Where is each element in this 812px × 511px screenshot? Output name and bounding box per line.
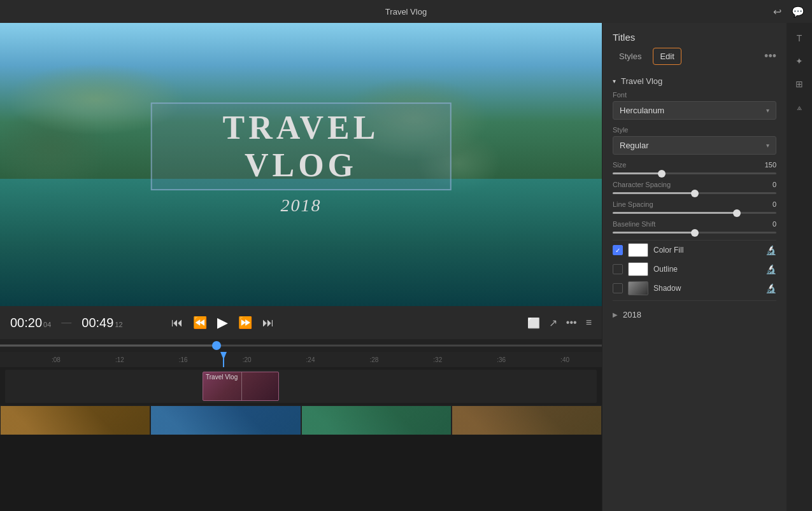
ruler-mark-2: :12: [88, 356, 152, 363]
baseline-shift-fill: [613, 232, 695, 234]
video-strip: [0, 405, 602, 435]
chat-icon[interactable]: 💬: [792, 6, 804, 18]
crop-tool-icon[interactable]: ⟁: [789, 97, 809, 117]
effects-icon[interactable]: ✦: [789, 51, 809, 71]
style-select[interactable]: Regular ▾: [613, 136, 776, 155]
baseline-shift-slider-row: Baseline Shift 0: [613, 220, 776, 234]
current-frames: 04: [43, 321, 51, 328]
line-spacing-track[interactable]: [613, 212, 776, 214]
strip-thumb-3: [301, 405, 452, 435]
timeline-playhead[interactable]: [223, 352, 224, 367]
baseline-shift-track[interactable]: [613, 232, 776, 234]
baseline-shift-thumb[interactable]: [691, 229, 699, 237]
line-spacing-slider-row: Line Spacing 0: [613, 200, 776, 214]
style-field: Style Regular ▾: [613, 126, 776, 155]
char-spacing-label: Character Spacing: [613, 181, 671, 188]
size-slider-row: Size 150: [613, 161, 776, 174]
total-time-display: 00:49 12: [82, 316, 122, 330]
top-bar: Travel Vlog ↩ 💬: [0, 0, 812, 23]
shadow-eyedropper[interactable]: 🔬: [766, 283, 776, 293]
font-label: Font: [613, 91, 776, 99]
right-panel: Titles Styles Edit ••• ▾ Travel Vlog Fon…: [602, 23, 787, 511]
undo-icon[interactable]: ↩: [773, 6, 781, 18]
section-2018-chevron: ▶: [613, 311, 618, 318]
shadow-swatch[interactable]: [628, 281, 648, 295]
transitions-icon[interactable]: ⊞: [789, 74, 809, 94]
ruler-mark-3: :16: [152, 356, 215, 363]
line-spacing-value: 0: [773, 200, 776, 208]
step-back-button[interactable]: ⏪: [190, 313, 210, 332]
divider-1: [613, 240, 776, 241]
tab-edit[interactable]: Edit: [653, 48, 681, 65]
char-spacing-track[interactable]: [613, 192, 776, 194]
ruler-mark-1: :08: [24, 356, 88, 363]
subtitle-text: 2018: [150, 195, 452, 216]
color-fill-label: Color Fill: [653, 246, 760, 255]
size-slider-track[interactable]: [613, 172, 776, 174]
char-spacing-value: 0: [773, 181, 776, 188]
size-slider-thumb[interactable]: [658, 170, 666, 178]
play-button[interactable]: ▶: [215, 312, 231, 333]
panel-more-icon[interactable]: •••: [764, 50, 776, 63]
ruler-mark-5: :24: [279, 356, 343, 363]
outline-swatch[interactable]: [628, 262, 648, 276]
playback-bar: 00:20 04 — 00:49 12 ⏮ ⏪ ▶ ⏩ ⏭ ⬜ ↗ ••• ≡: [0, 306, 602, 339]
progress-thumb[interactable]: [212, 341, 221, 350]
color-fill-swatch[interactable]: [628, 243, 648, 257]
checkmark-icon: ✓: [615, 247, 620, 254]
total-frames: 12: [115, 321, 122, 328]
size-label: Size: [613, 161, 626, 169]
section-2018[interactable]: ▶ 2018: [613, 304, 776, 325]
divider-2: [613, 300, 776, 301]
font-field: Font Herculanum ▾: [613, 91, 776, 120]
progress-bar[interactable]: [0, 339, 602, 352]
tab-styles[interactable]: Styles: [613, 48, 648, 64]
style-arrow: ▾: [766, 142, 769, 149]
share-icon[interactable]: ↗: [549, 317, 557, 329]
color-fill-checkbox[interactable]: ✓: [613, 245, 623, 255]
outline-checkbox[interactable]: [613, 264, 623, 274]
section-2018-label: 2018: [623, 310, 641, 319]
play-controls: ⏮ ⏪ ▶ ⏩ ⏭: [169, 312, 276, 333]
step-forward-button[interactable]: ⏩: [236, 313, 255, 332]
style-value: Regular: [620, 141, 649, 150]
fullscreen-icon[interactable]: ≡: [586, 317, 592, 328]
title-text: TRAVEL VLOG: [150, 102, 452, 190]
section-label: Travel Vlog: [621, 76, 662, 86]
shadow-label: Shadow: [653, 284, 760, 293]
line-spacing-thumb[interactable]: [733, 209, 741, 217]
font-value: Herculanum: [620, 106, 664, 115]
line-spacing-label: Line Spacing: [613, 200, 653, 208]
progress-fill: [0, 345, 217, 347]
strip-thumb-2: [150, 405, 301, 435]
outline-eyedropper[interactable]: 🔬: [766, 264, 776, 274]
char-spacing-thumb[interactable]: [691, 190, 699, 197]
font-arrow: ▾: [766, 107, 769, 114]
line-spacing-fill: [613, 212, 737, 214]
right-playback-controls: ⬜ ↗ ••• ≡: [527, 317, 592, 329]
outline-row: Outline 🔬: [613, 262, 776, 276]
style-label: Style: [613, 126, 776, 134]
font-select[interactable]: Herculanum ▾: [613, 101, 776, 120]
timeline-tracks: Travel Vlog: [0, 367, 602, 405]
panel-content: ▾ Travel Vlog Font Herculanum ▾ Style Re…: [602, 70, 787, 511]
size-value: 150: [765, 161, 776, 169]
skip-back-button[interactable]: ⏮: [169, 314, 185, 332]
color-fill-eyedropper[interactable]: 🔬: [766, 245, 776, 255]
title-clip[interactable]: Travel Vlog: [203, 372, 279, 401]
section-chevron: ▾: [613, 78, 616, 85]
crop-icon[interactable]: ⬜: [527, 317, 540, 329]
progress-track: [0, 345, 602, 347]
top-bar-icons: ↩ 💬: [773, 6, 804, 18]
main-area: TRAVEL VLOG 2018 00:20 04 — 00:49 12 ⏮ ⏪…: [0, 23, 812, 511]
skip-forward-button[interactable]: ⏭: [260, 314, 276, 332]
color-fill-row: ✓ Color Fill 🔬: [613, 243, 776, 257]
ruler-marks: :08 :12 :16 :20 :24 :28 :32 :36 :40: [5, 356, 597, 363]
shadow-checkbox[interactable]: [613, 283, 623, 293]
section-travel-vlog[interactable]: ▾ Travel Vlog: [613, 70, 776, 91]
titles-icon[interactable]: T: [789, 28, 809, 48]
strip-thumb-4: [452, 405, 602, 435]
more-icon[interactable]: •••: [566, 317, 577, 328]
baseline-shift-header: Baseline Shift 0: [613, 220, 776, 228]
total-time: 00:49: [82, 316, 113, 330]
